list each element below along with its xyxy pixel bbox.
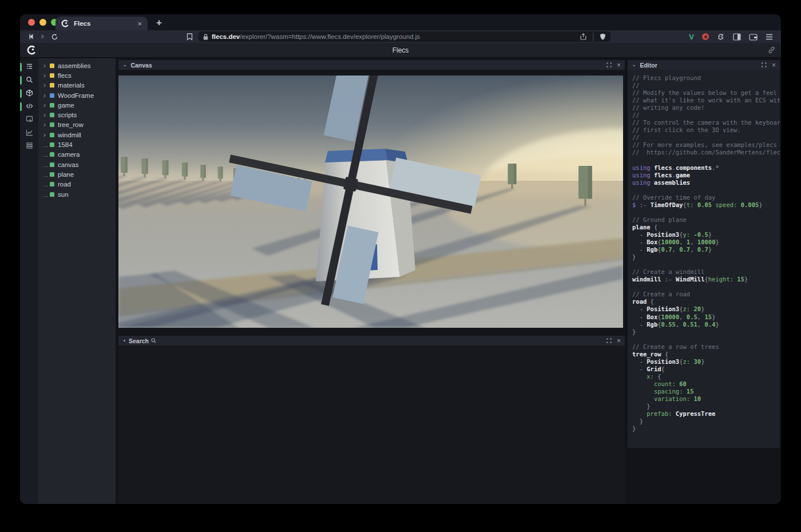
- fullscreen-icon[interactable]: [606, 62, 612, 68]
- tree-item-scripts[interactable]: ›scripts: [38, 110, 116, 120]
- reload-button[interactable]: [49, 31, 60, 42]
- code-line: // Create a road: [632, 291, 780, 298]
- tree-item-flecs[interactable]: ›flecs: [38, 70, 116, 80]
- expand-chevron-icon[interactable]: ›: [43, 121, 50, 128]
- strip-button-inspect-icon[interactable]: [20, 116, 38, 124]
- code-icon: [26, 102, 33, 110]
- chevron-down-icon[interactable]: ⌄: [122, 62, 127, 68]
- search-panel-title: Search: [129, 338, 149, 344]
- expand-chevron-icon[interactable]: ›: [43, 132, 50, 138]
- tree-item-plane[interactable]: plane: [38, 169, 116, 179]
- search-panel-header: Search ×: [118, 336, 625, 346]
- tree-item-road[interactable]: road: [38, 180, 116, 189]
- tree-item-game[interactable]: ›game: [38, 100, 116, 110]
- minimize-window-button[interactable]: [39, 19, 46, 26]
- code-line: }: [632, 253, 780, 261]
- tab-close-icon[interactable]: ×: [137, 20, 142, 27]
- search-icon: [26, 76, 33, 84]
- back-button[interactable]: [26, 31, 37, 42]
- extensions-puzzle-icon[interactable]: [717, 33, 725, 41]
- active-indicator: [20, 102, 22, 111]
- new-tab-button[interactable]: +: [153, 16, 165, 30]
- code-line: - Box{10000, 1, 10000}: [632, 239, 780, 246]
- expand-chevron-icon[interactable]: ›: [43, 82, 50, 89]
- code-line: // For more examples, see examples/plecs…: [632, 141, 780, 149]
- left-icon-strip: [20, 58, 38, 504]
- app-content: ›assemblies›flecs›materials›WoodFrame›ga…: [20, 58, 781, 504]
- code-line: - Grid{: [632, 366, 780, 373]
- entity-color-square: [50, 63, 54, 68]
- tree-item-label: game: [58, 102, 74, 109]
- browser-window: Flecs × + flecs.dev/explorer/?wasm=https…: [20, 14, 781, 504]
- close-window-button[interactable]: [28, 19, 35, 26]
- fullscreen-icon[interactable]: [606, 338, 612, 343]
- editor-panel: ⌄ Editor × // Flecs playground//// Modif…: [628, 60, 780, 448]
- fullscreen-icon[interactable]: [762, 62, 767, 68]
- code-line: // what it's like to work with an ECS wi…: [632, 97, 780, 104]
- menu-icon[interactable]: [766, 34, 773, 40]
- close-icon[interactable]: ×: [617, 62, 621, 69]
- tree-item-camera[interactable]: camera: [38, 150, 116, 160]
- expand-chevron-icon[interactable]: ›: [43, 102, 50, 109]
- code-line: //: [632, 82, 780, 89]
- search-panel-body[interactable]: [118, 346, 625, 504]
- leaf-connector: [43, 141, 50, 148]
- chevron-collapsed-icon[interactable]: [124, 340, 125, 342]
- code-line: - Box{10000, 0.5, 15}: [632, 313, 780, 321]
- tree-item-WoodFrame[interactable]: ›WoodFrame: [38, 90, 116, 100]
- vue-devtools-icon[interactable]: V: [689, 33, 694, 41]
- strip-button-rows-icon[interactable]: [20, 142, 38, 150]
- close-icon[interactable]: ×: [617, 338, 621, 344]
- search-icon: [151, 338, 156, 343]
- entity-color-square: [50, 192, 54, 197]
- code-line: using assemblies: [632, 179, 780, 186]
- entity-color-square: [50, 172, 54, 177]
- forward-button[interactable]: [37, 31, 49, 42]
- strip-button-cube-icon[interactable]: [20, 89, 38, 98]
- tree-item-1584[interactable]: 1584: [38, 140, 116, 149]
- expand-chevron-icon[interactable]: ›: [43, 72, 50, 79]
- entity-color-square: [50, 73, 54, 78]
- tree-item-label: plane: [58, 171, 74, 178]
- strip-button-code-icon[interactable]: [20, 102, 38, 111]
- expand-chevron-icon[interactable]: ›: [43, 92, 50, 99]
- tree-item-materials[interactable]: ›materials: [38, 81, 116, 90]
- expand-chevron-icon[interactable]: ›: [43, 62, 50, 69]
- tree-item-canvas[interactable]: canvas: [38, 160, 116, 169]
- tree-item-windmill[interactable]: ›windmill: [38, 130, 116, 140]
- close-icon[interactable]: ×: [772, 62, 776, 69]
- active-indicator: [20, 76, 22, 85]
- share-link-icon[interactable]: [768, 46, 775, 54]
- canvas-3d-view[interactable]: [118, 70, 625, 328]
- rows-icon: [26, 142, 33, 149]
- browser-tab-flecs[interactable]: Flecs ×: [55, 17, 148, 30]
- tree-item-sun[interactable]: sun: [38, 189, 116, 199]
- code-line: // To control the camera with the keyboa…: [632, 119, 780, 126]
- code-line: - Rgb{0.55, 0.51, 0.4}: [632, 321, 780, 328]
- brave-shield-icon[interactable]: [600, 33, 606, 41]
- strip-button-chart-icon[interactable]: [20, 129, 38, 137]
- url-bar[interactable]: flecs.dev/explorer/?wasm=https://www.fle…: [199, 31, 610, 42]
- entity-color-square: [50, 162, 54, 167]
- inspect-icon: [26, 116, 33, 123]
- code-line: x: {: [632, 373, 780, 380]
- leaf-connector: [43, 151, 50, 158]
- tree-item-tree_row[interactable]: ›tree_row: [38, 120, 116, 130]
- flecs-logo[interactable]: [27, 45, 37, 55]
- code-line: [632, 209, 780, 216]
- expand-chevron-icon[interactable]: ›: [43, 112, 50, 118]
- canvas-3d-scene: [118, 76, 623, 328]
- wallet-icon[interactable]: [749, 33, 758, 41]
- sidebar-panel-icon[interactable]: [733, 33, 741, 41]
- tree-item-label: canvas: [58, 161, 78, 168]
- code-line: // Create a row of trees: [632, 343, 780, 351]
- tree-item-assemblies[interactable]: ›assemblies: [38, 61, 116, 70]
- code-editor[interactable]: // Flecs playground//// Modify the value…: [628, 70, 780, 448]
- chevron-down-icon[interactable]: ⌄: [632, 62, 636, 68]
- bookmark-icon[interactable]: [184, 31, 195, 42]
- extension-red-icon[interactable]: [702, 33, 709, 40]
- strip-button-hierarchy-icon[interactable]: [20, 63, 38, 72]
- share-icon[interactable]: [580, 33, 586, 40]
- strip-button-search-icon[interactable]: [20, 76, 38, 85]
- lock-icon: [203, 34, 208, 40]
